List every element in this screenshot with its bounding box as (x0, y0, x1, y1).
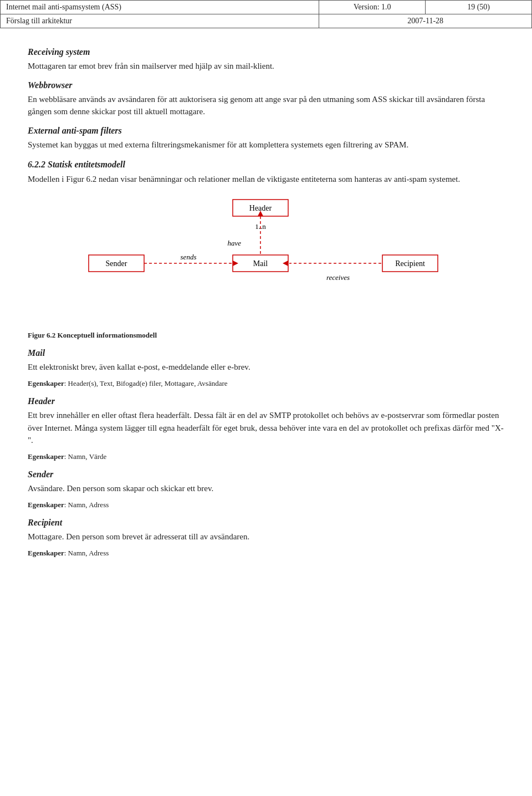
receives-label: receives (326, 273, 350, 282)
header-egenskaper-bold: Egenskaper (28, 452, 64, 461)
sender-box-label: Sender (106, 259, 127, 268)
document-header: Internet mail anti-spamsystem (ASS) Vers… (0, 0, 532, 28)
section-622-number: 6.2.2 (28, 160, 45, 169)
doc-page: 19 (50) (426, 1, 532, 14)
recipient-section-para: Mottagare. Den person som brevet är adre… (28, 530, 504, 543)
header-section: Header Ett brev innehåller en eller ofta… (28, 396, 504, 462)
webbrowser-section: Webbrowser En webbläsare används av avsä… (28, 80, 504, 118)
sender-section-para: Avsändare. Den person som skapar och ski… (28, 482, 504, 495)
recipient-egenskaper-bold: Egenskaper (28, 549, 64, 557)
recipient-egenskaper: Egenskaper: Namn, Adress (28, 548, 504, 559)
external-filters-heading: External anti-spam filters (28, 126, 504, 136)
mail-para: Ett elektroniskt brev, även kallat e-pos… (28, 361, 504, 374)
header-egenskaper: Egenskaper: Namn, Värde (28, 451, 504, 462)
header-section-heading: Header (28, 396, 504, 406)
sender-egenskaper-bold: Egenskaper (28, 501, 64, 509)
webbrowser-heading: Webbrowser (28, 80, 504, 90)
diagram-container: Header 1..n have Mail Sender Recipient (28, 197, 504, 319)
sender-section-heading: Sender (28, 470, 504, 479)
sender-section: Sender Avsändare. Den person som skapar … (28, 470, 504, 510)
webbrowser-para: En webbläsare används av avsändaren för … (28, 93, 504, 118)
recipient-section: Recipient Mottagare. Den person som brev… (28, 518, 504, 558)
entity-diagram: Header 1..n have Mail Sender Recipient (72, 197, 460, 319)
doc-subtitle: Förslag till arkitektur (1, 14, 319, 28)
mail-heading: Mail (28, 348, 504, 358)
section-622-title: Statisk entitetsmodell (48, 160, 125, 169)
main-content: Receiving system Mottagaren tar emot bre… (0, 28, 532, 579)
recipient-section-heading: Recipient (28, 518, 504, 528)
receiving-system-para: Mottagaren tar emot brev från sin mailse… (28, 60, 504, 73)
doc-title: Internet mail anti-spamsystem (ASS) (1, 1, 319, 14)
have-label: have (227, 239, 241, 247)
section-622-heading: 6.2.2 Statisk entitetsmodell (28, 160, 504, 170)
fig-caption: Figur 6.2 Konceptuell informationsmodell (28, 330, 504, 341)
mail-egenskaper: Egenskaper: Header(s), Text, Bifogad(e) … (28, 378, 504, 389)
mail-egenskaper-text: : Header(s), Text, Bifogad(e) filer, Mot… (64, 379, 228, 387)
header-egenskaper-text: : Namn, Värde (64, 452, 107, 461)
sender-egenskaper-text: : Namn, Adress (64, 501, 109, 509)
external-filters-section: External anti-spam filters Systemet kan … (28, 126, 504, 151)
receiving-system-section: Receiving system Mottagaren tar emot bre… (28, 47, 504, 73)
receiving-system-heading: Receiving system (28, 47, 504, 57)
fig-caption-bold: Figur 6.2 Konceptuell informationsmodell (28, 331, 157, 339)
recipient-box-label: Recipient (395, 259, 425, 268)
sender-egenskaper: Egenskaper: Namn, Adress (28, 499, 504, 511)
mail-section: Mail Ett elektroniskt brev, även kallat … (28, 348, 504, 389)
mail-egenskaper-bold: Egenskaper (28, 379, 64, 387)
sends-label: sends (181, 253, 197, 261)
doc-version: Version: 1.0 (319, 1, 426, 14)
doc-date: 2007-11-28 (319, 14, 532, 28)
section-622-para: Modellen i Figur 6.2 nedan visar benämni… (28, 173, 504, 186)
recipient-egenskaper-text: : Namn, Adress (64, 549, 109, 557)
header-section-para: Ett brev innehåller en eller oftast fler… (28, 409, 504, 447)
mail-box-label: Mail (253, 259, 268, 268)
external-filters-para: Systemet kan byggas ut med externa filtr… (28, 139, 504, 151)
section-622: 6.2.2 Statisk entitetsmodell Modellen i … (28, 160, 504, 186)
